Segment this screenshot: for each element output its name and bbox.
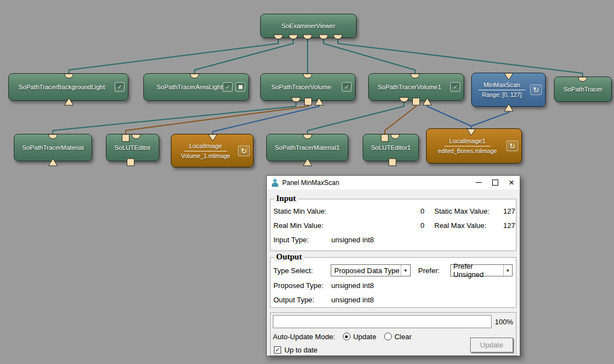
node-title: LocalImage bbox=[184, 142, 227, 151]
refresh-icon[interactable]: ↻ bbox=[530, 85, 542, 95]
node-SoLUTEditor[interactable]: SoLUTEditor bbox=[106, 134, 159, 161]
refresh-icon[interactable]: ↻ bbox=[507, 141, 518, 151]
node-title: SoLUTEditor bbox=[115, 144, 151, 152]
node-SoPathTracerBackgroundLight[interactable]: SoPathTracerBackgroundLight✓ bbox=[8, 73, 128, 101]
real-max-value: 127 bbox=[503, 221, 515, 231]
gap bbox=[424, 221, 434, 231]
connection-line[interactable] bbox=[308, 101, 404, 137]
node-SoPathTracer[interactable]: SoPathTracer bbox=[554, 77, 612, 102]
prefer-value: Prefer Unsigned bbox=[454, 262, 503, 279]
node-SoPathTracerMaterial[interactable]: SoPathTracerMaterial bbox=[14, 134, 92, 161]
node-title: MinMaxScan bbox=[478, 81, 525, 90]
status-section: 100% Auto-Update Mode: Update Clear ✓ Up… bbox=[270, 312, 516, 356]
node-icons: ↻ bbox=[507, 141, 518, 151]
output-group-heading: Output bbox=[274, 252, 304, 262]
clear-radio[interactable] bbox=[384, 333, 392, 340]
node-SoPathTracerAreaLight[interactable]: SoPathTracerAreaLight✓ bbox=[143, 73, 249, 101]
maximize-button[interactable] bbox=[487, 176, 503, 189]
node-SoExaminerViewer[interactable]: SoExaminerViewer bbox=[260, 14, 357, 38]
node-LocalImage[interactable]: LocalImageVolume_1.mlimage↻ bbox=[171, 134, 254, 167]
network-canvas[interactable]: SoExaminerViewerSoPathTracerBackgroundLi… bbox=[0, 0, 614, 364]
connection-line[interactable] bbox=[53, 101, 296, 137]
node-subtitle: Volume_1.mlimage bbox=[181, 152, 230, 160]
input-group-heading: Input bbox=[274, 194, 298, 203]
square-icon[interactable] bbox=[235, 83, 245, 92]
progress-row: 100% bbox=[273, 315, 513, 328]
update-radio[interactable] bbox=[343, 333, 351, 340]
connection-line[interactable] bbox=[213, 101, 319, 138]
node-SoPathTracerVolume1[interactable]: SoPathTracerVolume1✓ bbox=[368, 73, 464, 101]
output-type-label: Output Type: bbox=[273, 295, 331, 305]
node-title: SoPathTracerAreaLight bbox=[157, 83, 223, 91]
clear-radio-label[interactable]: Clear bbox=[395, 333, 412, 341]
output-type-row: Output Type: unsigned int8 bbox=[273, 295, 513, 305]
proposed-type-row: Proposed Type: unsigned int8 bbox=[273, 281, 513, 291]
titlebar[interactable]: Panel MinMaxScan × bbox=[267, 176, 520, 189]
minimize-icon bbox=[476, 182, 482, 183]
minimize-button[interactable] bbox=[470, 176, 487, 189]
connection-line[interactable] bbox=[69, 39, 278, 77]
checkmark-icon[interactable]: ✓ bbox=[223, 83, 233, 92]
input-type-value: unsigned int8 bbox=[331, 235, 513, 245]
node-title: SoPathTracerMaterial1 bbox=[275, 144, 340, 152]
real-min-label: Real Min Value: bbox=[273, 221, 411, 231]
maximize-icon bbox=[492, 180, 498, 186]
update-radio-label[interactable]: Update bbox=[353, 333, 376, 341]
up-to-date-checkbox[interactable]: ✓ bbox=[274, 346, 281, 354]
prefer-label: Prefer: bbox=[418, 267, 450, 275]
node-title: SoPathTracerVolume1 bbox=[378, 83, 441, 91]
input-type-row: Input Type: unsigned int8 bbox=[273, 235, 513, 245]
refresh-icon[interactable]: ↻ bbox=[238, 145, 250, 156]
prefer-dropdown[interactable]: Prefer Unsigned ▼ bbox=[450, 264, 513, 276]
type-select-label: Type Select: bbox=[273, 267, 331, 275]
close-button[interactable]: × bbox=[503, 176, 520, 189]
node-icons: ✓ bbox=[223, 83, 245, 92]
connection-line[interactable] bbox=[324, 39, 415, 77]
node-SoPathTracerMaterial1[interactable]: SoPathTracerMaterial1 bbox=[266, 134, 348, 161]
node-subtitle: Range: [0, 127] bbox=[482, 91, 522, 99]
static-min-value: 0 bbox=[411, 207, 424, 216]
radio-dot bbox=[345, 335, 348, 338]
proposed-type-value: unsigned int8 bbox=[331, 281, 513, 291]
real-values-row: Real Min Value: 0 Real Max Value: 127 bbox=[273, 221, 513, 231]
progress-percent: 100% bbox=[495, 318, 513, 326]
static-values-row: Static Min Value: 0 Static Max Value: 12… bbox=[273, 207, 513, 216]
proposed-type-label: Proposed Type: bbox=[273, 281, 331, 291]
node-title: SoPathTracerBackgroundLight bbox=[19, 83, 105, 91]
node-SoLUTEditor1[interactable]: SoLUTEditor1 bbox=[363, 134, 419, 161]
node-icons: ↻ bbox=[238, 145, 250, 156]
node-title: SoPathTracerMaterial bbox=[22, 144, 83, 152]
static-max-label: Static Max Value: bbox=[434, 207, 503, 216]
static-min-label: Static Min Value: bbox=[273, 207, 411, 216]
checkmark-icon[interactable]: ✓ bbox=[342, 83, 352, 92]
connection-line[interactable] bbox=[195, 39, 293, 77]
node-title: SoPathTracer bbox=[563, 85, 602, 94]
close-icon: × bbox=[509, 178, 514, 187]
static-max-value: 127 bbox=[503, 207, 515, 216]
node-MinMaxScan[interactable]: MinMaxScanRange: [0, 127]↻ bbox=[471, 73, 546, 107]
node-LocalImage1[interactable]: LocalImage1edited_Bones.mlimage↻ bbox=[426, 128, 522, 164]
node-icons: ✓ bbox=[115, 83, 125, 92]
connection-line[interactable] bbox=[385, 101, 416, 137]
mevislab-icon bbox=[271, 178, 279, 187]
up-to-date-label: Up to date bbox=[284, 346, 317, 354]
type-select-value: Proposed Data Type bbox=[334, 267, 399, 275]
input-groupbox: Input Static Min Value: 0 Static Max Val… bbox=[270, 199, 516, 251]
node-title: LocalImage1 bbox=[444, 137, 491, 146]
window-title: Panel MinMaxScan bbox=[282, 179, 339, 187]
chevron-down-icon: ▼ bbox=[503, 265, 512, 276]
node-title: SoExaminerViewer bbox=[282, 22, 336, 30]
node-icons: ✓ bbox=[342, 83, 352, 92]
checkmark-icon[interactable]: ✓ bbox=[450, 83, 460, 92]
progress-bar bbox=[273, 315, 492, 328]
type-select-dropdown[interactable]: Proposed Data Type ▼ bbox=[331, 264, 410, 276]
node-icons: ↻ bbox=[530, 85, 542, 95]
type-select-row: Type Select: Proposed Data Type ▼ Prefer… bbox=[273, 264, 513, 276]
connection-line[interactable] bbox=[126, 101, 308, 137]
update-button[interactable]: Update bbox=[470, 338, 513, 352]
node-subtitle: edited_Bones.mlimage bbox=[438, 147, 497, 155]
real-min-value: 0 bbox=[411, 221, 424, 231]
checkmark-icon[interactable]: ✓ bbox=[115, 83, 125, 92]
input-type-label: Input Type: bbox=[273, 235, 331, 245]
node-SoPathTracerVolume[interactable]: SoPathTracerVolume✓ bbox=[260, 73, 356, 101]
